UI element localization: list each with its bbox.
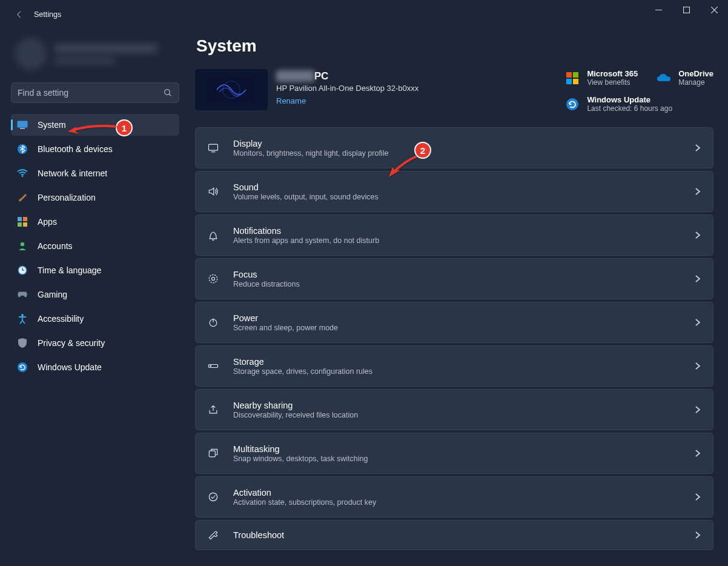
avatar xyxy=(15,38,47,70)
nav-label: System xyxy=(38,120,66,130)
nav-item-gaming[interactable]: Gaming xyxy=(11,284,179,305)
card-storage[interactable]: StorageStorage space, drives, configurat… xyxy=(195,345,713,387)
card-power[interactable]: PowerScreen and sleep, power mode xyxy=(195,302,713,343)
person-icon xyxy=(17,241,28,251)
system-icon xyxy=(17,119,28,130)
display-icon xyxy=(207,141,220,155)
chevron-right-icon xyxy=(693,318,702,327)
chevron-right-icon xyxy=(693,144,702,152)
nav-item-accounts[interactable]: Accounts xyxy=(11,235,179,257)
microsoft365-icon xyxy=(564,70,580,86)
svg-rect-6 xyxy=(18,121,28,128)
nav-label: Network & internet xyxy=(38,168,107,178)
nav-item-time-language[interactable]: Time & language xyxy=(11,259,179,281)
card-title: Sound xyxy=(233,182,680,192)
svg-rect-25 xyxy=(566,79,572,84)
svg-point-20 xyxy=(18,362,27,372)
svg-rect-12 xyxy=(18,222,22,227)
card-multitasking[interactable]: MultitaskingSnap windows, desktops, task… xyxy=(195,433,713,474)
rename-link[interactable]: Rename xyxy=(276,96,306,105)
ql-sub: Manage xyxy=(678,78,713,87)
wrench-icon xyxy=(207,528,220,542)
card-focus[interactable]: FocusReduce distractions xyxy=(195,258,713,299)
nav-label: Personalization xyxy=(38,193,96,202)
card-sound[interactable]: SoundVolume levels, output, input, sound… xyxy=(195,171,713,212)
gamepad-icon xyxy=(17,289,28,300)
nav-label: Apps xyxy=(38,217,57,227)
ql-title: OneDrive xyxy=(678,69,713,78)
quicklink-microsoft365[interactable]: Microsoft 365View benefits xyxy=(564,69,638,87)
card-title: Activation xyxy=(233,488,680,498)
svg-rect-36 xyxy=(209,451,215,457)
card-sub: Snap windows, desktops, task switching xyxy=(233,454,680,463)
focus-icon xyxy=(207,272,220,285)
accessibility-icon xyxy=(17,313,28,324)
svg-rect-11 xyxy=(23,217,27,221)
svg-rect-28 xyxy=(209,144,218,150)
card-sub: Volume levels, output, input, sound devi… xyxy=(233,193,680,201)
nav-item-bluetooth[interactable]: Bluetooth & devices xyxy=(11,138,179,160)
quicklink-onedrive[interactable]: OneDriveManage xyxy=(656,69,713,87)
card-sub: Screen and sleep, power mode xyxy=(233,324,680,332)
bluetooth-icon xyxy=(17,144,28,155)
settings-cards: DisplayMonitors, brightness, night light… xyxy=(195,127,713,550)
card-activation[interactable]: ActivationActivation state, subscription… xyxy=(195,476,713,518)
bell-icon xyxy=(207,228,220,242)
sidebar: System Bluetooth & devices Network & int… xyxy=(0,29,188,566)
card-troubleshoot[interactable]: Troubleshoot xyxy=(195,520,713,550)
maximize-button[interactable] xyxy=(672,0,700,19)
window-controls xyxy=(644,0,728,19)
quicklink-windows-update[interactable]: Windows UpdateLast checked: 6 hours ago xyxy=(564,95,672,113)
nav-label: Accessibility xyxy=(38,314,84,324)
svg-point-30 xyxy=(209,275,217,282)
back-button[interactable] xyxy=(11,6,28,23)
ql-title: Windows Update xyxy=(587,95,672,104)
nav-item-network[interactable]: Network & internet xyxy=(11,162,179,184)
nav-item-system[interactable]: System xyxy=(11,114,179,136)
search-box[interactable] xyxy=(11,82,179,103)
chevron-right-icon xyxy=(693,231,702,239)
close-button[interactable] xyxy=(700,0,728,19)
chevron-right-icon xyxy=(693,405,702,414)
minimize-button[interactable] xyxy=(644,0,672,19)
main-content: System xxxxxxPC HP Pavilion All-in-One D… xyxy=(188,29,728,566)
card-title: Multitasking xyxy=(233,444,680,454)
card-nearby-sharing[interactable]: Nearby sharingDiscoverability, received … xyxy=(195,389,713,430)
device-thumbnail xyxy=(195,69,268,110)
card-title: Nearby sharing xyxy=(233,401,680,410)
nav-item-apps[interactable]: Apps xyxy=(11,211,179,233)
card-sub: Discoverability, received files location xyxy=(233,411,680,419)
paintbrush-icon xyxy=(17,192,28,203)
svg-line-5 xyxy=(169,94,171,96)
power-icon xyxy=(207,316,220,329)
chevron-right-icon xyxy=(693,449,702,458)
chevron-right-icon xyxy=(693,275,702,283)
share-icon xyxy=(207,403,220,416)
card-display[interactable]: DisplayMonitors, brightness, night light… xyxy=(195,127,713,168)
card-title: Storage xyxy=(233,357,680,367)
nav-item-privacy[interactable]: Privacy & security xyxy=(11,332,179,354)
shield-icon xyxy=(17,338,28,348)
svg-point-27 xyxy=(566,98,578,110)
svg-rect-1 xyxy=(683,7,689,13)
device-model: HP Pavilion All-in-One Desktop 32-b0xxx xyxy=(276,84,556,93)
nav-item-windows-update[interactable]: Windows Update xyxy=(11,356,179,378)
nav-label: Windows Update xyxy=(38,362,102,372)
chevron-right-icon xyxy=(693,493,702,501)
svg-rect-26 xyxy=(573,79,578,84)
nav-item-accessibility[interactable]: Accessibility xyxy=(11,308,179,330)
card-sub: Activation state, subscriptions, product… xyxy=(233,498,680,507)
svg-rect-23 xyxy=(566,72,572,78)
svg-point-37 xyxy=(209,493,217,501)
nav-item-personalization[interactable]: Personalization xyxy=(11,187,179,208)
nav-label: Gaming xyxy=(38,290,67,299)
device-name: xxxxxxPC xyxy=(276,70,556,82)
device-header: xxxxxxPC HP Pavilion All-in-One Desktop … xyxy=(195,69,713,113)
chevron-right-icon xyxy=(693,531,702,539)
nav-list: System Bluetooth & devices Network & int… xyxy=(11,114,179,378)
search-input[interactable] xyxy=(18,88,163,98)
multitasking-icon xyxy=(207,447,220,460)
page-title: System xyxy=(196,36,713,56)
card-title: Focus xyxy=(233,270,680,279)
card-notifications[interactable]: NotificationsAlerts from apps and system… xyxy=(195,215,713,256)
